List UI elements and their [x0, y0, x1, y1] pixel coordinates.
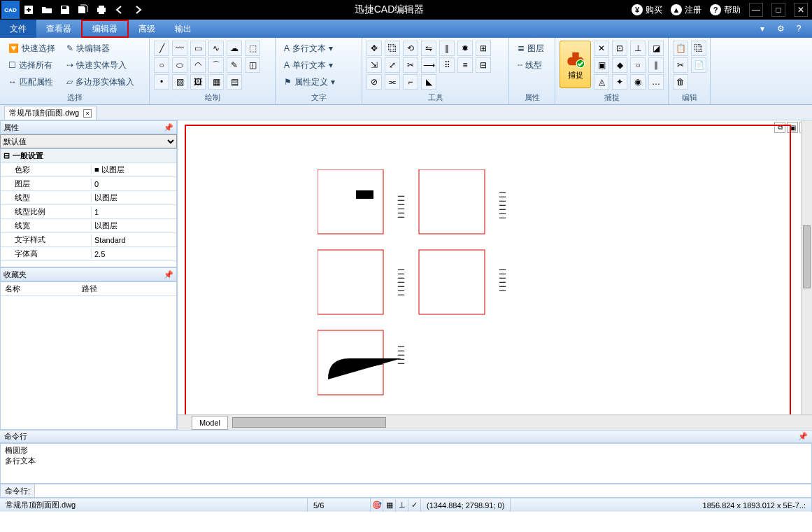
saveall-icon[interactable] — [74, 1, 92, 19]
linetype-button[interactable]: ┄线型 — [513, 57, 548, 73]
layer-button[interactable]: ≣图层 — [513, 41, 548, 56]
image-icon[interactable]: 🖼 — [190, 74, 206, 90]
mtext-button[interactable]: A多行文本▾ — [280, 41, 339, 56]
snap-par-icon[interactable]: ∥ — [648, 57, 664, 73]
pin-icon[interactable]: 📌 — [798, 432, 808, 441]
doc-close-icon[interactable]: × — [83, 109, 92, 118]
cmd-input[interactable] — [35, 484, 811, 497]
snap-cen-icon[interactable]: ◬ — [594, 74, 609, 90]
scale-icon[interactable]: ⤢ — [385, 57, 400, 73]
ribbon-settings-icon[interactable]: ⚙ — [774, 22, 787, 35]
buy-button[interactable]: ¥购买 — [632, 4, 662, 16]
mirror-icon[interactable]: ⇋ — [421, 41, 436, 56]
snap-perp-icon[interactable]: ⊥ — [630, 41, 646, 56]
tab-advanced[interactable]: 高级 — [129, 20, 165, 38]
snap-tan-icon[interactable]: ○ — [630, 57, 646, 73]
snap-ext-icon[interactable]: … — [648, 74, 664, 90]
snap-node-icon[interactable]: ⊡ — [612, 41, 627, 56]
array-icon[interactable]: ⠿ — [439, 57, 455, 73]
cmd-history[interactable]: 椭圆形 多行文本 — [0, 443, 812, 484]
spline-icon[interactable]: ∿ — [208, 41, 224, 56]
snap-end-icon[interactable]: ✕ — [594, 41, 609, 56]
drawing-canvas[interactable]: ⧉ ▣ ⊠ ━━━━━ — [178, 120, 812, 430]
maximize-icon[interactable]: □ — [771, 3, 785, 17]
redo-icon[interactable] — [129, 1, 147, 19]
snap-near-icon[interactable]: ◉ — [630, 74, 646, 90]
horizontal-scrollbar[interactable] — [232, 415, 812, 430]
paint-icon[interactable]: ✎ — [227, 57, 242, 73]
rotate-icon[interactable]: ⟲ — [403, 41, 418, 56]
status-ortho-icon[interactable]: ⊥ — [396, 499, 408, 512]
block-icon[interactable]: ◫ — [245, 57, 260, 73]
circle-icon[interactable]: ○ — [154, 57, 169, 73]
break-icon[interactable]: ⊘ — [366, 74, 382, 90]
status-polar-icon[interactable]: ✓ — [408, 499, 421, 512]
chamfer-icon[interactable]: ◣ — [421, 74, 436, 90]
group-icon[interactable]: ⊞ — [476, 41, 491, 56]
register-button[interactable]: ▲注册 — [671, 4, 701, 16]
print-icon[interactable] — [92, 1, 111, 19]
delete-icon[interactable]: 🗑 — [673, 74, 688, 90]
quick-select-button[interactable]: 🔽快速选择 — [4, 41, 59, 56]
help-button[interactable]: ?帮助 — [710, 4, 741, 16]
copy-icon[interactable]: ⿻ — [385, 41, 400, 56]
copy2-icon[interactable]: ⿻ — [691, 41, 706, 56]
status-snap-icon[interactable]: 🎯 — [371, 499, 383, 512]
snap-quad-icon[interactable]: ◆ — [612, 57, 627, 73]
line-icon[interactable]: ╱ — [154, 41, 169, 56]
explode-icon[interactable]: ✹ — [457, 41, 473, 56]
minimize-icon[interactable]: — — [749, 3, 763, 17]
table-icon[interactable]: ▦ — [208, 74, 224, 90]
attrdef-button[interactable]: ⚑属性定义▾ — [280, 74, 339, 90]
arc2-icon[interactable]: ⌒ — [208, 57, 224, 73]
document-tab[interactable]: 常规吊顶剖面图.dwg × — [4, 106, 97, 120]
open-icon[interactable] — [38, 1, 56, 19]
tab-viewer[interactable]: 查看器 — [36, 20, 81, 38]
favorites-list[interactable]: 名称路径 — [0, 281, 177, 430]
pasteclip-icon[interactable]: 📄 — [691, 57, 706, 73]
fillet-icon[interactable]: ⌐ — [403, 74, 418, 90]
snap-ins-icon[interactable]: ◪ — [648, 41, 664, 56]
block-editor-button[interactable]: ✎块编辑器 — [62, 41, 138, 56]
polyline-icon[interactable]: 〰 — [172, 41, 187, 56]
model-tab[interactable]: Model — [192, 416, 228, 430]
pin-icon[interactable]: 📌 — [164, 123, 173, 132]
entity-import-button[interactable]: ⇢快速实体导入 — [62, 57, 138, 73]
rect-icon[interactable]: ▭ — [190, 41, 206, 56]
ungroup-icon[interactable]: ⊟ — [476, 57, 491, 73]
region-icon[interactable]: ⬚ — [245, 41, 260, 56]
cloud-icon[interactable]: ☁ — [227, 41, 242, 56]
align-icon[interactable]: ≡ — [457, 57, 473, 73]
snap-toggle-button[interactable]: 捕捉 — [560, 41, 591, 88]
status-grid-icon[interactable]: ▦ — [383, 499, 396, 512]
ellipse-icon[interactable]: ⬭ — [172, 57, 187, 73]
tab-editor[interactable]: 编辑器 — [81, 20, 129, 38]
offset-icon[interactable]: ‖ — [439, 41, 455, 56]
hatch-icon[interactable]: ▨ — [172, 74, 187, 90]
stretch-icon[interactable]: ⇲ — [366, 57, 382, 73]
vertical-scrollbar[interactable] — [801, 120, 812, 414]
trim-icon[interactable]: ✂ — [403, 57, 418, 73]
undo-icon[interactable] — [111, 1, 129, 19]
pin-icon[interactable]: 📌 — [164, 270, 173, 279]
ribbon-help-icon[interactable]: ? — [792, 22, 805, 35]
props-default-combo[interactable]: 默认值 — [0, 134, 177, 148]
polygon-input-button[interactable]: ▱多边形实体输入 — [62, 74, 138, 90]
extend-icon[interactable]: ⟶ — [421, 57, 436, 73]
point-icon[interactable]: • — [154, 74, 169, 90]
tab-output[interactable]: 输出 — [165, 20, 201, 38]
paste-icon[interactable]: 📋 — [673, 41, 688, 56]
save-icon[interactable] — [56, 1, 74, 19]
join-icon[interactable]: ⫘ — [385, 74, 400, 90]
close-icon[interactable]: ✕ — [794, 3, 808, 17]
grid-icon[interactable]: ▤ — [227, 74, 242, 90]
snap-int-icon[interactable]: ✦ — [612, 74, 627, 90]
tab-file[interactable]: 文件 — [0, 20, 36, 38]
new-icon[interactable] — [20, 1, 38, 19]
cut-icon[interactable]: ✂ — [673, 57, 688, 73]
arc-icon[interactable]: ◠ — [190, 57, 206, 73]
select-all-button[interactable]: ☐选择所有 — [4, 57, 59, 73]
stext-button[interactable]: A单行文本▾ — [280, 57, 339, 73]
match-props-button[interactable]: ↔匹配属性 — [4, 74, 59, 90]
move-icon[interactable]: ✥ — [366, 41, 382, 56]
